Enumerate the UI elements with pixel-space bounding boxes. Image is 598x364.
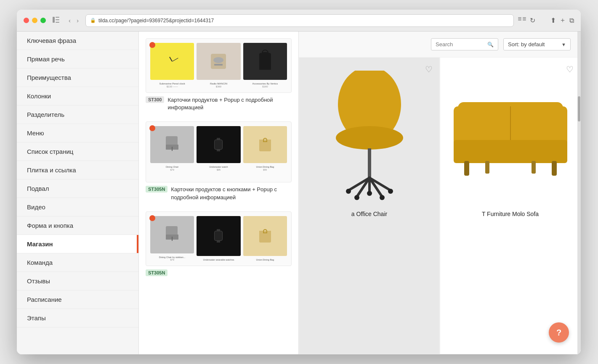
website-preview-panel: 🔍 Sort: by default ▼ ♡ xyxy=(299,32,581,354)
sidebar-item-reviews[interactable]: Отзывы xyxy=(17,272,138,290)
product-radio: Radio MANCIN$360 xyxy=(197,43,240,88)
new-tab-button[interactable]: ＋ xyxy=(559,16,566,25)
sidebar-item-divider[interactable]: Разделитель xyxy=(17,106,138,124)
product-chair-2: Dining Chair by stokken...$79 xyxy=(150,216,194,261)
wishlist-icon-chair[interactable]: ♡ xyxy=(425,64,433,74)
maximize-button[interactable] xyxy=(40,18,46,23)
wishlist-icon-sofa[interactable]: ♡ xyxy=(566,64,574,74)
sidebar-item-schedule[interactable]: Расписание xyxy=(17,290,138,309)
svg-rect-6 xyxy=(518,20,521,21)
block-card-st300[interactable]: Submarine Penol clock$130 —— Radio MANCI… xyxy=(146,38,292,111)
sidebar-item-shop[interactable]: Магазин xyxy=(17,235,138,253)
sidebar-item-keyword[interactable]: Ключевая фраза xyxy=(17,32,138,50)
traffic-lights xyxy=(24,18,46,23)
products-grid: ♡ xyxy=(299,57,581,354)
svg-rect-4 xyxy=(518,17,521,18)
watch-image xyxy=(197,126,240,163)
minimize-button[interactable] xyxy=(32,18,37,23)
sort-dropdown[interactable]: Sort: by default ▼ xyxy=(503,38,571,50)
svg-rect-3 xyxy=(56,22,59,23)
block-preview-st305n-2: Dining Chair by stokken...$79 Underwater… xyxy=(146,211,292,266)
chair-caption: Dining Chair$79 xyxy=(166,166,178,171)
watch-image-2 xyxy=(197,216,240,256)
preview-toolbar: 🔍 Sort: by default ▼ xyxy=(299,32,581,57)
preview-badge-st300 xyxy=(149,42,155,48)
active-indicator xyxy=(137,235,138,253)
svg-point-22 xyxy=(367,191,372,196)
reader-mode-button[interactable] xyxy=(518,16,526,25)
forward-button[interactable]: › xyxy=(74,15,81,26)
svg-rect-9 xyxy=(523,20,526,21)
svg-rect-31 xyxy=(532,161,536,174)
svg-rect-26 xyxy=(454,140,567,163)
bag-caption: Accessories By Vertics$160 xyxy=(252,82,278,88)
chair-image-2 xyxy=(150,216,194,253)
clock-shape xyxy=(164,53,181,70)
sofa-product-name: T Furniture Molo Sofa xyxy=(482,211,539,217)
svg-rect-7 xyxy=(523,17,526,18)
search-box[interactable]: 🔍 xyxy=(431,38,498,50)
help-button[interactable]: ? xyxy=(549,322,569,343)
address-bar[interactable]: 🔒 tilda.cc/page/?pageid=9369725&projecti… xyxy=(85,14,514,27)
sidebar-item-advantages[interactable]: Преимущества xyxy=(17,69,138,87)
sidebar-item-form-button[interactable]: Форма и кнопка xyxy=(17,216,138,235)
refresh-button[interactable]: ↻ xyxy=(530,16,535,24)
lock-icon: 🔒 xyxy=(90,18,96,23)
help-icon: ? xyxy=(556,328,561,338)
toolbar-actions: ↻ ⬆ ＋ ⧉ xyxy=(518,16,574,25)
back-button[interactable]: ‹ xyxy=(66,15,73,26)
block-badge-st305n-2: ST305N xyxy=(146,269,167,276)
sidebar-item-stages[interactable]: Этапы xyxy=(17,309,138,327)
share-button[interactable]: ⬆ xyxy=(550,16,556,24)
sidebar-item-video[interactable]: Видео xyxy=(17,198,138,216)
product-bag: Accessories By Vertics$160 xyxy=(243,43,287,88)
svg-rect-8 xyxy=(523,18,526,19)
clock-image xyxy=(150,43,194,80)
tabs-button[interactable]: ⧉ xyxy=(569,17,574,24)
sidebar-item-tile-link[interactable]: Плитка и ссылка xyxy=(17,161,138,179)
sidebar-item-direct-speech[interactable]: Прямая речь xyxy=(17,50,138,69)
watch-caption: Underwater watch$95 xyxy=(209,166,228,171)
watch-caption-2: Underwater wearable watches xyxy=(203,258,234,261)
svg-point-20 xyxy=(354,195,359,200)
block-preview-st305n: Dining Chair$79 xyxy=(146,121,292,182)
scrollbar-track xyxy=(577,32,581,354)
svg-rect-5 xyxy=(518,18,521,19)
sidebar-item-columns[interactable]: Колонки xyxy=(17,87,138,106)
sidebar-item-team[interactable]: Команда xyxy=(17,253,138,272)
chair-svg xyxy=(327,71,412,201)
browser-window: ‹ › 🔒 tilda.cc/page/?pageid=9369725&proj… xyxy=(17,10,581,354)
svg-point-11 xyxy=(336,126,403,150)
block-card-st305n[interactable]: Dining Chair$79 xyxy=(146,121,292,201)
clock-minute-hand xyxy=(172,58,178,61)
close-button[interactable] xyxy=(24,18,29,23)
sidebar-item-footer[interactable]: Подвал xyxy=(17,179,138,198)
tote-image xyxy=(243,126,287,163)
block-desc-st300: Карточки продуктов + Popup с подробной и… xyxy=(167,96,292,111)
block-info-st305n-2: ST305N xyxy=(146,269,292,276)
product-clock: Submarine Penol clock$130 —— xyxy=(150,43,194,88)
tote-image-2 xyxy=(243,216,287,256)
sidebar-item-menu[interactable]: Меню xyxy=(17,124,138,142)
svg-point-19 xyxy=(388,189,393,194)
svg-rect-29 xyxy=(552,161,557,176)
product-watch-2: Underwater wearable watches xyxy=(197,216,240,261)
bag-image xyxy=(243,43,287,80)
url-text: tilda.cc/page/?pageid=9369725&projectid=… xyxy=(98,18,214,24)
sidebar-item-pages-list[interactable]: Список страниц xyxy=(17,142,138,161)
radio-image xyxy=(197,43,240,80)
sofa-svg xyxy=(452,90,569,182)
sidebar-toggle-button[interactable] xyxy=(50,15,62,26)
svg-rect-0 xyxy=(53,17,55,23)
svg-rect-1 xyxy=(56,17,59,18)
svg-rect-30 xyxy=(485,161,489,174)
svg-point-18 xyxy=(346,189,351,194)
block-badge-st300: ST300 xyxy=(146,96,164,103)
svg-rect-12 xyxy=(368,148,371,178)
scrollbar-thumb[interactable] xyxy=(578,96,580,121)
search-input[interactable] xyxy=(436,41,484,47)
block-card-st305n-2[interactable]: Dining Chair by stokken...$79 Underwater… xyxy=(146,211,292,276)
block-info-st305n: ST305N Карточки продуктов с кнопками + P… xyxy=(146,186,292,201)
browser-content: Ключевая фраза Прямая речь Преимущества … xyxy=(17,32,581,354)
blocks-panel: Submarine Penol clock$130 —— Radio MANCI… xyxy=(139,32,299,354)
